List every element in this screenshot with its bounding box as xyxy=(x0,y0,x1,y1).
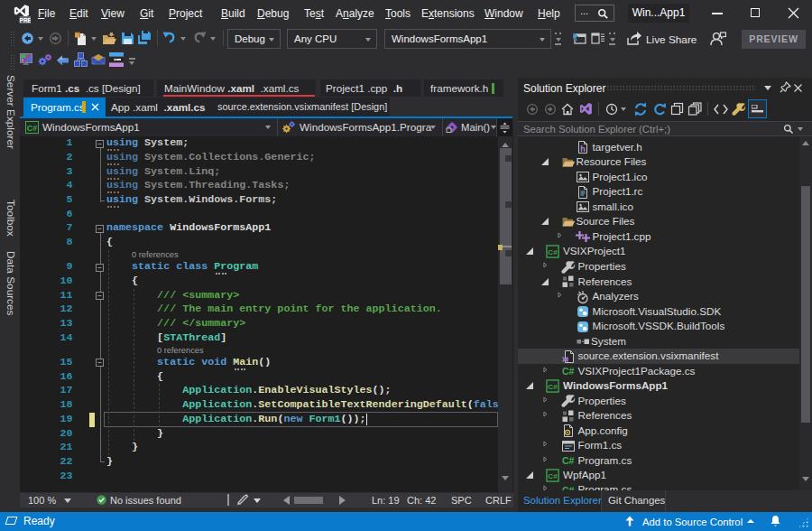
svg-text:PRE: PRE xyxy=(20,17,31,23)
svg-text:C#: C# xyxy=(27,124,38,133)
